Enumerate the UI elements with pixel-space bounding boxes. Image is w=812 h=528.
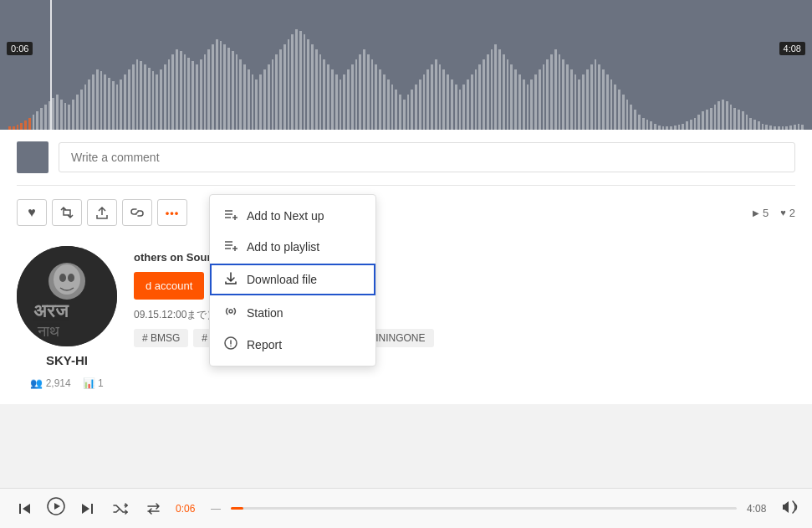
waveform-bar [239,59,242,130]
download-file-icon [223,272,238,287]
player-separator: — [211,503,221,515]
waveform-bar [487,54,489,130]
waveform-bar [192,61,194,130]
comment-input[interactable] [59,142,795,172]
waveform-bar [471,74,473,130]
waveform-bar [24,120,27,130]
waveform-bar [431,64,433,130]
footer-player: 0:06 — 4:08 [0,488,812,528]
waveform-bar [232,51,234,130]
waveform-bar [72,100,74,130]
followers-count: 2,914 [46,377,71,389]
waveform-bar [478,64,481,130]
repost-button[interactable] [52,199,82,226]
more-button[interactable]: ••• [157,199,187,226]
waveform-bar [530,79,533,130]
waveform-bar [124,74,126,130]
time-total: 4:08 [779,42,805,55]
waveform-bar [638,115,641,130]
waveform-bar [415,85,417,130]
waveform-canvas[interactable] [0,0,812,130]
waveform-bar [578,79,580,130]
waveform-bar [710,108,712,130]
player-next-button[interactable] [75,497,99,520]
player-prev-button[interactable] [13,497,37,520]
link-button[interactable] [122,199,152,226]
waveform-bar [411,90,413,130]
svg-point-10 [229,310,232,313]
player-play-button[interactable] [47,497,65,520]
waveform-bar [570,69,573,130]
waveform-bar [243,64,246,130]
svg-rect-23 [91,504,93,514]
comment-avatar [17,141,49,173]
waveform-bar [586,69,589,130]
waveform-bar [52,98,54,130]
svg-text:अरज: अरज [33,300,69,321]
waveform-bar [419,79,421,130]
waveform-bar [171,54,174,130]
dropdown-item-report[interactable]: Report [210,328,375,361]
player-progress-bar[interactable] [231,507,737,510]
waveform-bar [140,61,142,130]
waveform-bar [423,74,426,130]
waveform-bar [120,79,122,130]
svg-rect-21 [19,504,21,514]
waveform-bar [491,49,493,130]
waveform-bar [196,64,198,130]
waveform-bar [483,59,485,130]
waveform-bar [514,69,517,130]
artist-name[interactable]: SKY-HI [46,353,88,367]
waveform-bar [785,126,788,130]
like-button[interactable]: ♥ [17,199,47,226]
artist-avatar[interactable]: अरज नाथ [17,246,117,346]
waveform-bar [762,124,764,130]
waveform-bar [646,120,649,130]
tracks-stat: 📊 1 [83,377,104,389]
waveform-bar [722,100,724,130]
waveform-bar [76,95,79,130]
waveform-bar [88,79,90,130]
waveform-bar [662,126,665,130]
dropdown-item-add-next-up[interactable]: Add to Next up [210,200,375,231]
waveform-bar [96,69,99,130]
player-shuffle-button[interactable] [109,497,132,520]
add-next-up-icon [223,208,238,223]
waveform-bar [650,121,652,130]
waveform-bar [28,118,31,130]
waveform-bar [753,120,756,130]
waveform-bar [64,103,67,130]
waveform-bar [539,69,541,130]
waveform-bar [307,39,309,130]
followers-icon: 👥 [30,377,43,389]
like-stat: ♥ 2 [780,207,795,219]
dropdown-item-download-file[interactable]: Download file [210,264,375,295]
player-repeat-button[interactable] [142,497,166,520]
tag-item[interactable]: # BMSG [134,329,188,347]
waveform-bar [718,101,720,130]
player-volume-button[interactable] [782,500,799,518]
create-account-button[interactable]: d account [134,272,204,300]
waveform-bar [295,29,298,130]
waveform-bar [347,69,350,130]
waveform-bar [510,64,513,130]
station-label: Station [247,306,283,320]
waveform-bar [399,95,401,130]
share-button[interactable] [87,199,117,226]
waveform-bar [36,111,38,130]
waveform-section[interactable]: 0:06 4:08 [0,0,812,130]
waveform-bar [503,54,505,130]
waveform-bar [447,74,449,130]
dropdown-item-add-playlist[interactable]: Add to playlist [210,231,375,262]
waveform-bar [56,95,59,130]
waveform-bar [694,118,697,130]
waveform-bar [291,34,294,130]
waveform-bar [630,105,632,130]
report-label: Report [247,338,282,351]
waveform-bar [523,79,525,130]
waveform-bar [323,59,325,130]
waveform-bar [455,85,457,130]
report-icon [223,336,238,352]
waveform-bar [507,59,509,130]
dropdown-item-station[interactable]: Station [210,297,375,328]
